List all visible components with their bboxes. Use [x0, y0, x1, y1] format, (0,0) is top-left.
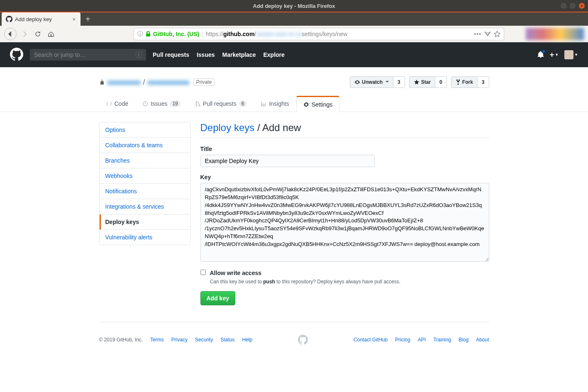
key-label: Key [200, 174, 489, 180]
page-title: Deploy keys / Add new [200, 122, 489, 138]
sidebar-item-branches[interactable]: Branches [100, 153, 190, 168]
footer-security[interactable]: Security [195, 337, 213, 343]
title-label: Title [200, 146, 489, 152]
bookmark-star-icon[interactable] [494, 31, 500, 37]
sidebar-item-options[interactable]: Options [100, 122, 190, 138]
star-count[interactable]: 0 [435, 76, 447, 88]
tab-pull-requests[interactable]: Pull requests 6 [188, 95, 254, 112]
lock-icon [99, 79, 105, 85]
allow-write-note: Can this key be used to push to this rep… [210, 279, 401, 285]
home-button[interactable] [46, 29, 56, 39]
reload-button[interactable] [32, 29, 43, 39]
nav-marketplace[interactable]: Marketplace [222, 51, 256, 58]
nav-explore[interactable]: Explore [263, 51, 284, 58]
github-mark-icon[interactable] [298, 335, 308, 345]
browser-profile-area[interactable] [526, 28, 584, 40]
title-input[interactable] [200, 155, 375, 167]
repo-owner[interactable]: aaaaaaaa [107, 78, 141, 87]
address-bar[interactable]: ⓘ GitHub, Inc. (US) | https://github.com… [134, 28, 504, 40]
star-icon [414, 79, 420, 85]
tab-close-button[interactable]: × [71, 16, 76, 22]
sidebar-item-integrations[interactable]: Integrations & services [100, 199, 190, 214]
fork-icon [456, 79, 461, 85]
allow-write-checkbox[interactable] [200, 270, 206, 275]
repo-header: aaaaaaaa / aaaaaaaaaa Private Unwatch 3 … [0, 67, 588, 112]
plus-icon: + [550, 51, 554, 59]
sidebar-item-webhooks[interactable]: Webhooks [100, 168, 190, 184]
user-menu[interactable]: ▼ [564, 50, 578, 59]
new-tab-button[interactable]: + [81, 12, 95, 26]
private-badge: Private [193, 78, 215, 86]
browser-tab-title: Add deploy key [15, 16, 69, 22]
repo-actions: Unwatch 3 Star 0 Fork 3 [350, 76, 489, 88]
lock-icon [146, 31, 151, 37]
reload-icon [34, 31, 41, 37]
tab-settings[interactable]: Settings [296, 96, 340, 112]
graph-icon [261, 101, 266, 107]
footer-help[interactable]: Help [242, 337, 252, 343]
search-slash-hint: / [136, 52, 142, 58]
watch-count[interactable]: 3 [393, 76, 405, 88]
fork-count[interactable]: 3 [478, 76, 489, 88]
github-search[interactable]: Search or jump to… / [30, 49, 146, 61]
tab-insights[interactable]: Insights [254, 95, 296, 112]
browser-tab-strip: Add deploy key × + [0, 12, 588, 26]
notifications-button[interactable] [537, 51, 544, 59]
site-identity: GitHub, Inc. (US) [153, 31, 199, 37]
pr-icon [195, 101, 200, 107]
eye-icon [354, 79, 360, 85]
repo-tabs: Code Issues 19 Pull requests 6 Insights … [99, 95, 489, 112]
browser-toolbar: ⓘ GitHub, Inc. (US) | https://github.com… [0, 26, 588, 42]
copyright: © 2019 GitHub, Inc. [99, 337, 143, 343]
unwatch-button[interactable]: Unwatch [350, 76, 393, 88]
repo-name[interactable]: aaaaaaaaaa [148, 78, 189, 87]
forward-button [19, 29, 30, 39]
footer-privacy[interactable]: Privacy [171, 337, 188, 343]
footer-about[interactable]: About [476, 337, 489, 343]
window-titlebar: Add deploy key - Mozilla Firefox − □ × [0, 0, 588, 12]
back-button[interactable] [4, 28, 17, 40]
footer-terms[interactable]: Terms [150, 337, 164, 343]
gear-icon [303, 102, 309, 107]
github-logo[interactable] [10, 48, 23, 62]
nav-issues[interactable]: Issues [197, 51, 215, 58]
home-icon [48, 31, 54, 37]
sidebar-item-vulnerability-alerts[interactable]: Vulnerability alerts [100, 230, 190, 245]
tab-issues[interactable]: Issues 19 [135, 95, 188, 112]
footer-api[interactable]: API [418, 337, 426, 343]
sidebar-item-deploy-keys[interactable]: Deploy keys [100, 214, 190, 230]
allow-write-label[interactable]: Allow write access [210, 270, 401, 276]
footer-blog[interactable]: Blog [459, 337, 468, 343]
footer-training[interactable]: Training [433, 337, 451, 343]
window-minimize-button[interactable]: − [561, 3, 566, 9]
footer-status[interactable]: Status [220, 337, 234, 343]
site-info-icon[interactable]: ⓘ [137, 30, 143, 38]
caret-down-icon: ▼ [555, 53, 559, 57]
browser-tab[interactable]: Add deploy key × [2, 12, 81, 26]
star-button[interactable]: Star [409, 76, 435, 88]
reader-icon[interactable] [484, 30, 491, 38]
forward-arrow-icon [21, 31, 28, 37]
prs-count: 6 [239, 100, 247, 107]
add-key-button[interactable]: Add key [200, 291, 235, 305]
footer-contact[interactable]: Contact GitHub [354, 337, 388, 343]
sidebar-item-collaborators[interactable]: Collaborators & teams [100, 138, 190, 153]
notification-dot [542, 49, 546, 54]
create-menu[interactable]: + ▼ [550, 51, 559, 59]
window-close-button[interactable]: × [579, 3, 585, 9]
repo-title: aaaaaaaa / aaaaaaaaaa Private [99, 78, 215, 87]
github-favicon [6, 16, 12, 22]
tab-code[interactable]: Code [99, 95, 135, 112]
window-title: Add deploy key - Mozilla Firefox [253, 3, 335, 9]
key-textarea[interactable] [200, 183, 489, 262]
breadcrumb-deploy-keys[interactable]: Deploy keys [200, 122, 255, 133]
fork-button[interactable]: Fork [451, 76, 478, 88]
page-actions-icon[interactable]: ••• [474, 31, 481, 37]
nav-pull-requests[interactable]: Pull requests [153, 51, 189, 58]
window-maximize-button[interactable]: □ [570, 3, 576, 9]
issue-icon [142, 101, 148, 107]
sidebar-item-notifications[interactable]: Notifications [100, 184, 190, 199]
footer-pricing[interactable]: Pricing [395, 337, 410, 343]
url-text: https://github.com/xxxxxx xxxx xx xxsett… [206, 31, 348, 37]
caret-down-icon: ▼ [574, 53, 578, 57]
